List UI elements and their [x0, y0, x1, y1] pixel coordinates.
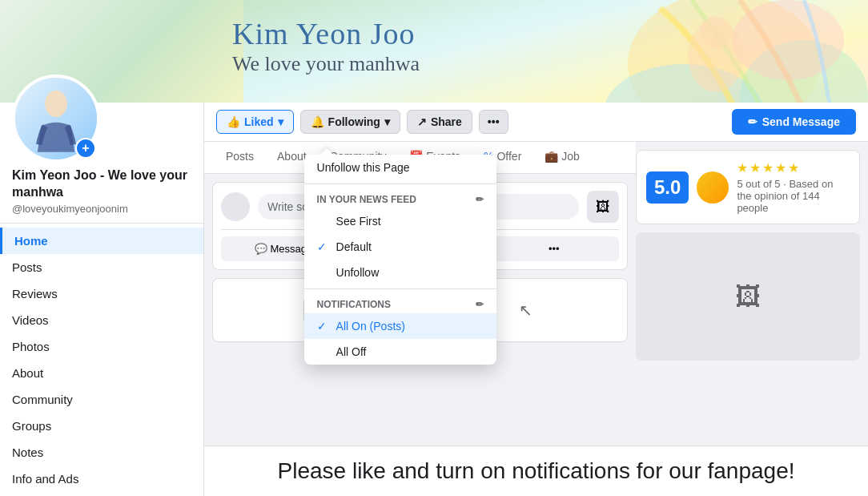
page-handle: @loveyoukimyeonjoonim — [12, 203, 191, 215]
dropdown-menu: Unfollow this Page IN YOUR NEWS FEED ✏ S… — [304, 155, 496, 365]
sidebar-item-label: Videos — [12, 313, 49, 327]
sidebar-item-posts[interactable]: Posts — [0, 254, 203, 280]
rating-img — [697, 171, 729, 204]
see-first-label: See First — [336, 215, 381, 228]
default-label: Default — [336, 240, 372, 253]
default-item[interactable]: ✓ Default — [304, 234, 496, 260]
nav-menu: Home Posts Reviews Videos Photos About — [0, 224, 203, 496]
sidebar-item-label: About — [12, 366, 43, 380]
send-message-icon: ✏ — [748, 115, 757, 128]
photo-attach-icon[interactable]: 🖼 — [587, 191, 619, 223]
sidebar-item-videos[interactable]: Videos — [0, 307, 203, 333]
following-wrapper: 🔔 Following ▾ Unfollow this Page IN YOUR… — [300, 110, 400, 134]
unfollow-page-item[interactable]: Unfollow this Page — [304, 155, 496, 180]
star-2: ★ — [749, 160, 761, 175]
media-card: 🖼 — [636, 232, 860, 361]
sidebar-item-label: Home — [14, 234, 48, 248]
star-3: ★ — [762, 160, 774, 175]
dropdown-divider-2 — [304, 288, 496, 289]
sidebar-item-photos[interactable]: Photos — [0, 333, 203, 360]
all-off-item[interactable]: All Off — [304, 339, 496, 365]
unfollow-label: Unfollow — [336, 266, 380, 279]
sidebar-item-label: Groups — [12, 419, 51, 433]
more-button[interactable]: ••• — [479, 110, 508, 134]
sidebar-item-label: Posts — [12, 260, 42, 274]
cover-area: Kim Yeon Joo We love your manhwa — [0, 0, 868, 103]
post-avatar — [221, 192, 250, 221]
sidebar-item-label: Info and Ads — [12, 472, 78, 486]
sidebar-item-label: Notes — [12, 446, 43, 459]
sidebar-item-groups[interactable]: Groups — [0, 413, 203, 439]
liked-button[interactable]: 👍 Liked ▾ — [216, 110, 294, 134]
dropdown-arrow — [320, 148, 333, 155]
star-5: ★ — [788, 160, 799, 175]
see-first-item[interactable]: See First — [304, 208, 496, 234]
share-button[interactable]: ↗ Share — [407, 110, 472, 134]
sidebar-item-about[interactable]: About — [0, 360, 203, 386]
send-message-button[interactable]: ✏ Send Message — [732, 109, 856, 135]
bottom-banner-text: Please like and turn on notifications fo… — [216, 458, 856, 484]
share-icon: ↗ — [417, 115, 427, 128]
rating-label: 5 out of 5 — [737, 178, 780, 190]
all-on-posts-item[interactable]: ✓ All On (Posts) — [304, 313, 496, 339]
messages-icon: 💬 — [255, 243, 267, 255]
liked-label: Liked — [244, 115, 274, 128]
rating-card: 5.0 ★ ★ ★ ★ ★ — [636, 150, 860, 224]
sidebar-item-home[interactable]: Home — [0, 228, 203, 254]
dropdown-divider-1 — [304, 183, 496, 184]
notifications-edit-icon[interactable]: ✏ — [476, 299, 484, 310]
right-area: 👍 Liked ▾ 🔔 Following ▾ U — [204, 103, 868, 496]
bottom-banner: Please like and turn on notifications fo… — [204, 446, 868, 496]
sidebar-item-label: Photos — [12, 340, 50, 353]
sidebar-item-reviews[interactable]: Reviews — [0, 280, 203, 307]
rating-display: 5.0 ★ ★ ★ ★ ★ — [646, 160, 850, 214]
profile-section: + Kim Yeon Joo - We love your manhwa @lo… — [0, 103, 203, 224]
star-1: ★ — [737, 160, 748, 175]
sidebar-item-notes[interactable]: Notes — [0, 439, 203, 466]
share-label: Share — [431, 115, 462, 128]
feed-section-header: IN YOUR NEWS FEED ✏ — [304, 188, 496, 208]
photo-icon: 🖼 — [596, 199, 610, 216]
rating-details: ★ ★ ★ ★ ★ 5 out of 5 · Based on the opin… — [737, 160, 850, 214]
svg-point-8 — [45, 91, 67, 117]
rating-sidebar: 5.0 ★ ★ ★ ★ ★ — [636, 142, 868, 446]
rating-stars: ★ ★ ★ ★ ★ — [737, 160, 850, 175]
like-icon: 👍 — [227, 115, 240, 128]
send-message-label: Send Message — [762, 115, 840, 128]
star-4: ★ — [775, 160, 786, 175]
following-label: Following — [328, 115, 380, 128]
sidebar-item-label: Community — [12, 393, 73, 406]
liked-dropdown-icon: ▾ — [278, 115, 283, 128]
all-on-check: ✓ — [317, 320, 330, 333]
sidebar-item-label: Reviews — [12, 287, 58, 300]
svg-point-6 — [700, 16, 732, 48]
all-off-label: All Off — [336, 345, 367, 358]
more-icon: ••• — [488, 115, 500, 128]
unfollow-item[interactable]: Unfollow — [304, 260, 496, 285]
sidebar: + Kim Yeon Joo - We love your manhwa @lo… — [0, 103, 204, 496]
action-bar: 👍 Liked ▾ 🔔 Following ▾ U — [204, 103, 868, 142]
more-actions-icon: ••• — [549, 243, 560, 255]
media-placeholder-icon: 🖼 — [735, 282, 761, 312]
feed-section-label: IN YOUR NEWS FEED — [317, 194, 416, 205]
sidebar-item-info-ads[interactable]: Info and Ads — [0, 466, 203, 492]
notifications-section-label: NOTIFICATIONS — [317, 299, 391, 310]
tab-posts[interactable]: Posts — [216, 142, 263, 173]
cover-title: Kim Yeon Joo — [232, 16, 415, 51]
tab-job[interactable]: 💼 Job — [535, 142, 589, 173]
following-button[interactable]: 🔔 Following ▾ — [300, 110, 400, 134]
notifications-section-header: NOTIFICATIONS ✏ — [304, 292, 496, 313]
all-on-label: All On (Posts) — [336, 320, 405, 333]
following-dropdown: Unfollow this Page IN YOUR NEWS FEED ✏ S… — [304, 148, 496, 365]
sidebar-item-community[interactable]: Community — [0, 386, 203, 413]
job-icon: 💼 — [545, 150, 558, 163]
more-actions-button[interactable]: ••• — [489, 236, 619, 261]
rating-score: 5.0 — [646, 171, 689, 204]
feed-edit-icon[interactable]: ✏ — [476, 194, 484, 205]
default-check: ✓ — [317, 240, 330, 253]
profile-pic-wrapper: + — [12, 75, 100, 163]
rating-text: 5 out of 5 · Based on the opinion of 144… — [737, 178, 850, 214]
following-icon: 🔔 — [311, 115, 324, 128]
following-dropdown-icon: ▾ — [384, 115, 390, 128]
page-name: Kim Yeon Joo - We love your manhwa — [12, 167, 191, 201]
